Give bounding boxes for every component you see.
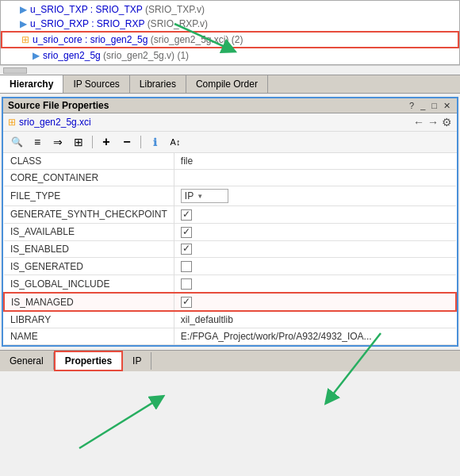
grid-button[interactable]: ⊞ [70,134,87,150]
add-button[interactable]: + [98,134,115,150]
property-value [174,206,456,224]
property-row[interactable]: IS_ENABLED [4,240,456,258]
property-value[interactable]: xil_defaultlib [174,311,456,328]
close-button[interactable]: ✕ [442,101,452,111]
property-row[interactable]: NAMEE:/FPGA_Project/work/Pro/A932/4932_I… [4,328,456,344]
file-icon: ⊞ [8,117,16,128]
property-value[interactable]: file [174,153,456,170]
tab-bar: HierarchyIP SourcesLibrariesCompile Orde… [0,75,460,94]
hierarchy-item-text: u_srio_core : srio_gen2_5g (srio_gen2_5g… [33,34,243,45]
settings-button[interactable]: ⚙ [442,116,452,129]
expand-button[interactable]: ≡ [29,134,46,150]
hierarchy-item[interactable]: ▶srio_gen2_5g (srio_gen2_5g.v) (1) [1,48,459,63]
panel-title: Source File Properties [8,100,109,111]
file-path-left: ⊞ srio_gen2_5g.xci [8,117,91,128]
hierarchy-item-text: u_SRIO_TXP : SRIO_TXP (SRIO_TXP.v) [30,4,205,15]
properties-table-container[interactable]: CLASSfileCORE_CONTAINERFILE_TYPEIPGENERA… [3,153,457,345]
property-name: IS_AVAILABLE [4,223,174,240]
properties-table: CLASSfileCORE_CONTAINERFILE_TYPEIPGENERA… [3,153,457,345]
property-value [174,240,456,258]
hierarchy-item[interactable]: ▶u_SRIO_TXP : SRIO_TXP (SRIO_TXP.v) [1,2,459,17]
hierarchy-item-icon: ▶ [20,18,27,29]
property-name: IS_ENABLED [4,240,174,258]
property-value[interactable] [174,170,456,186]
search-button[interactable]: 🔍 [8,134,25,150]
property-dropdown[interactable]: IP [181,189,228,203]
property-name: IS_GLOBAL_INCLUDE [4,275,174,293]
properties-panel: Source File Properties ? _ □ ✕ ⊞ srio_ge… [2,97,458,347]
hierarchy-list: ▶u_SRIO_TXP : SRIO_TXP (SRIO_TXP.v)▶u_SR… [1,1,459,64]
property-row[interactable]: GENERATE_SYNTH_CHECKPOINT [4,206,456,224]
file-path-row: ⊞ srio_gen2_5g.xci ← → ⚙ [3,113,457,132]
remove-button[interactable]: − [118,134,136,150]
svg-line-2 [79,399,159,448]
tab-compile-order[interactable]: Compile Order [186,75,268,93]
info-button[interactable]: ℹ [146,134,163,150]
property-row[interactable]: IS_AVAILABLE [4,223,456,240]
bottom-tab-properties[interactable]: Properties [54,351,123,371]
property-value [174,275,456,293]
property-checkbox[interactable] [181,244,192,255]
maximize-button[interactable]: □ [430,101,439,110]
property-name: IS_MANAGED [4,293,174,311]
property-value [174,223,456,240]
hierarchy-item-icon: ⊞ [21,34,29,45]
main-wrapper: ▶u_SRIO_TXP : SRIO_TXP (SRIO_TXP.v)▶u_SR… [0,0,460,371]
property-row[interactable]: LIBRARYxil_defaultlib [4,311,456,328]
property-value [174,293,456,311]
hierarchy-item-icon: ▶ [33,50,40,61]
property-name: CORE_CONTAINER [4,170,174,186]
property-checkbox[interactable] [181,297,192,308]
scroll-bar-area[interactable] [0,65,460,75]
bottom-tab-general[interactable]: General [0,352,54,370]
hierarchy-item-text: srio_gen2_5g (srio_gen2_5g.v) (1) [43,50,189,61]
nav-back-button[interactable]: ← [413,116,424,129]
property-checkbox[interactable] [181,278,192,290]
property-row[interactable]: IS_MANAGED [4,293,456,311]
toolbar-sep-2 [140,136,141,148]
property-row[interactable]: FILE_TYPEIP [4,186,456,206]
toolbar: 🔍 ≡ ⇒ ⊞ + − ℹ A↕ [3,132,457,153]
hierarchy-item-text: u_SRIO_RXP : SRIO_RXP (SRIO_RXP.v) [30,18,208,29]
property-name: LIBRARY [4,311,174,328]
property-row[interactable]: IS_GENERATED [4,258,456,275]
file-path-text: srio_gen2_5g.xci [19,117,91,128]
panel-controls: ? _ □ ✕ [408,101,452,111]
minimize-button[interactable]: _ [419,101,427,110]
property-name: CLASS [4,153,174,170]
property-name: FILE_TYPE [4,186,174,206]
sort-button[interactable]: A↕ [167,134,184,150]
property-name: GENERATE_SYNTH_CHECKPOINT [4,206,174,224]
tab-libraries[interactable]: Libraries [130,75,186,93]
property-row[interactable]: IS_GLOBAL_INCLUDE [4,275,456,293]
property-checkbox[interactable] [181,209,192,221]
property-value [174,258,456,275]
hierarchy-item[interactable]: ▶u_SRIO_RXP : SRIO_RXP (SRIO_RXP.v) [1,17,459,31]
property-name: NAME [4,328,174,344]
nav-forward-button[interactable]: → [427,116,439,129]
property-row[interactable]: CLASSfile [4,153,456,170]
property-value[interactable]: E:/FPGA_Project/work/Pro/A932/4932_IOA..… [174,328,456,344]
bottom-tab-ip[interactable]: IP [123,352,151,370]
collapse-button[interactable]: ⇒ [49,134,67,150]
tab-ip-sources[interactable]: IP Sources [63,75,129,93]
help-button[interactable]: ? [408,101,416,110]
property-row[interactable]: CORE_CONTAINER [4,170,456,186]
toolbar-sep-1 [92,136,93,148]
bottom-tab-bar: GeneralPropertiesIP [0,350,460,371]
property-value: IP [174,186,456,206]
tab-hierarchy[interactable]: Hierarchy [0,75,63,93]
file-path-right: ← → ⚙ [413,116,452,129]
property-checkbox[interactable] [181,227,192,238]
property-checkbox[interactable] [181,261,192,272]
panel-titlebar: Source File Properties ? _ □ ✕ [3,98,457,113]
scroll-thumb[interactable] [3,67,27,74]
property-name: IS_GENERATED [4,258,174,275]
hierarchy-panel: ▶u_SRIO_TXP : SRIO_TXP (SRIO_TXP.v)▶u_SR… [0,0,460,65]
hierarchy-item[interactable]: ⊞u_srio_core : srio_gen2_5g (srio_gen2_5… [1,31,459,48]
hierarchy-item-icon: ▶ [20,4,27,15]
